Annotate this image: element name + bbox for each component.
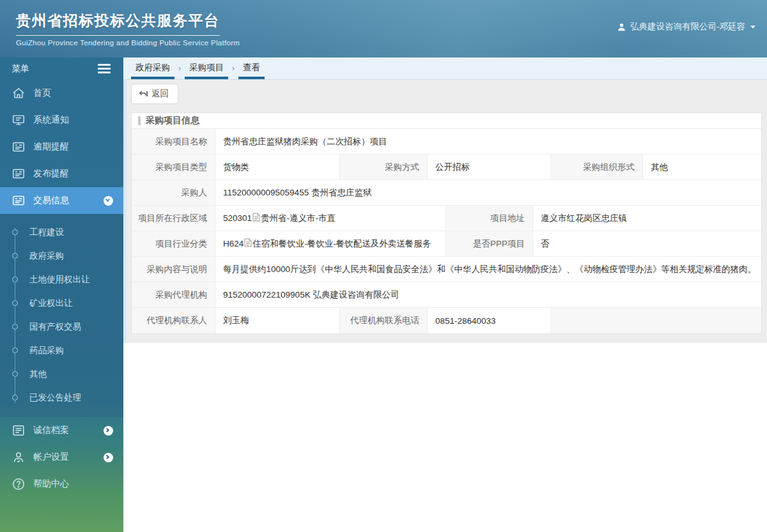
person-icon <box>12 450 26 464</box>
submenu-item-land-rights[interactable]: 土地使用权出让 <box>0 268 123 291</box>
chevron-right-icon <box>104 453 113 462</box>
submenu-item-engineering[interactable]: 工程建设 <box>0 220 123 244</box>
main-content: 政府采购 › 采购项目 › 查看 返回 采购项目信息 采购项目名称 贵州省忠庄监… <box>123 57 767 532</box>
card-icon <box>12 140 26 154</box>
submenu-item-gov-procurement[interactable]: 政府采购 <box>0 244 123 268</box>
question-icon <box>12 477 26 491</box>
workspace: 返回 采购项目信息 采购项目名称 贵州省忠庄监狱猪肉采购（二次招标）项目 采购项… <box>123 80 767 343</box>
brand: 贵州省招标投标公共服务平台 GuiZhou Province Tendering… <box>16 11 240 47</box>
sidebar-item-label: 帮助中心 <box>33 478 69 490</box>
platform-title: 贵州省招标投标公共服务平台 <box>16 11 220 36</box>
empty-cell <box>551 308 761 333</box>
user-menu[interactable]: 弘典建设咨询有限公司-邓廷容 <box>617 21 755 33</box>
submenu-item-mining-rights[interactable]: 矿业权出让 <box>0 291 123 315</box>
field-label: 采购方式 <box>340 155 428 179</box>
field-label: 采购组织形式 <box>551 155 643 179</box>
breadcrumb: 政府采购 › 采购项目 › 查看 <box>123 57 767 80</box>
field-value: 其他 <box>643 155 761 179</box>
field-value: 520301 贵州省-遵义市-市直 <box>215 206 446 231</box>
field-label: 项目地址 <box>446 206 533 231</box>
submenu-item-other[interactable]: 其他 <box>0 362 123 386</box>
breadcrumb-gov-procurement[interactable]: 政府采购 <box>131 62 174 79</box>
breadcrumb-view[interactable]: 查看 <box>238 62 265 79</box>
table-row: 采购项目类型 货物类 采购方式 公开招标 采购组织形式 其他 <box>132 155 761 180</box>
table-row: 采购代理机构 91520000722109905K 弘典建设咨询有限公司 <box>132 282 761 308</box>
region-text: 贵州省-遵义市-市直 <box>261 213 336 224</box>
sidebar-item-publish-reminder[interactable]: 发布提醒 <box>0 160 123 187</box>
sidebar-header: 菜单 <box>0 57 123 80</box>
sidebar-item-notifications[interactable]: 系统通知 <box>0 107 123 133</box>
sidebar-item-credit-archive[interactable]: 诚信档案 <box>0 417 123 444</box>
field-label: 采购项目类型 <box>132 155 215 179</box>
hamburger-icon[interactable] <box>98 62 111 75</box>
card-icon <box>12 167 26 181</box>
field-label: 项目所在行政区域 <box>132 206 215 231</box>
field-label: 采购人 <box>132 180 215 205</box>
submenu-item-published-notices[interactable]: 已发公告处理 <box>0 386 123 409</box>
breadcrumb-separator: › <box>228 64 238 79</box>
top-header: 贵州省招标投标公共服务平台 GuiZhou Province Tendering… <box>0 0 767 57</box>
breadcrumb-procurement-project[interactable]: 采购项目 <box>185 62 228 79</box>
document-icon[interactable] <box>244 238 252 249</box>
document-icon[interactable] <box>252 213 260 224</box>
field-value: 刘玉梅 <box>215 308 340 333</box>
back-icon <box>138 89 148 99</box>
home-icon <box>12 86 26 100</box>
sidebar: 菜单 首页 系统通知 逾期提醒 发布提醒 交易信息 工程建设 政府采购 <box>0 57 123 532</box>
card-icon <box>12 194 26 208</box>
sidebar-item-label: 帐户设置 <box>33 452 69 463</box>
field-label: 项目行业分类 <box>132 231 215 256</box>
sidebar-item-trade-info[interactable]: 交易信息 <box>0 187 123 214</box>
field-value: 0851-28640033 <box>428 308 551 333</box>
field-value: 91520000722109905K 弘典建设咨询有限公司 <box>215 282 761 307</box>
field-label: 是否PPP项目 <box>446 231 533 256</box>
breadcrumb-separator: › <box>174 64 185 79</box>
field-value: 115200000095059455 贵州省忠庄监狱 <box>215 180 761 205</box>
back-label: 返回 <box>151 88 169 100</box>
industry-text: 住宿和餐饮业-餐饮业-餐饮配送及外卖送餐服务 <box>252 238 431 250</box>
industry-code: H624 <box>223 239 244 248</box>
field-value: 公开招标 <box>428 155 551 179</box>
user-name: 弘典建设咨询有限公司-邓廷容 <box>630 21 745 33</box>
card-icon <box>12 423 26 437</box>
region-code: 520301 <box>223 213 252 223</box>
project-info-panel: 采购项目信息 采购项目名称 贵州省忠庄监狱猪肉采购（二次招标）项目 采购项目类型… <box>131 112 762 334</box>
panel-title: 采购项目信息 <box>146 115 199 126</box>
field-value: 每月提供约10000斤达到《中华人民共和国食品安全法》和《中华人民共和国动物防疫… <box>215 257 761 282</box>
table-row: 项目行业分类 H624 住宿和餐饮业-餐饮业-餐饮配送及外卖送餐服务 是否PPP… <box>132 231 761 257</box>
sidebar-item-label: 发布提醒 <box>33 168 69 179</box>
field-value: H624 住宿和餐饮业-餐饮业-餐饮配送及外卖送餐服务 <box>215 231 446 256</box>
field-label: 采购项目名称 <box>132 129 215 154</box>
submenu-item-state-property[interactable]: 国有产权交易 <box>0 315 123 338</box>
field-label: 采购内容与说明 <box>132 257 215 282</box>
sidebar-item-account-settings[interactable]: 帐户设置 <box>0 444 123 471</box>
field-value: 货物类 <box>215 155 340 179</box>
section-marker <box>138 116 141 125</box>
field-value: 遵义市红花岗区忠庄镇 <box>533 206 761 231</box>
field-label: 采购代理机构 <box>132 282 215 307</box>
user-icon <box>617 22 626 32</box>
table-row: 采购人 115200000095059455 贵州省忠庄监狱 <box>132 180 761 206</box>
chevron-right-icon <box>104 426 113 436</box>
sidebar-item-label: 诚信档案 <box>33 425 69 436</box>
toolbar: 返回 <box>131 84 762 112</box>
submenu-item-drug-procurement[interactable]: 药品采购 <box>0 338 123 362</box>
sidebar-item-overdue-reminder[interactable]: 逾期提醒 <box>0 133 123 160</box>
sidebar-item-label: 逾期提醒 <box>33 141 69 153</box>
trade-info-submenu: 工程建设 政府采购 土地使用权出让 矿业权出让 国有产权交易 药品采购 其他 已… <box>0 214 123 417</box>
sidebar-item-help-center[interactable]: 帮助中心 <box>0 471 123 498</box>
sidebar-item-label: 交易信息 <box>33 195 69 206</box>
platform-subtitle: GuiZhou Province Tendering and Bidding P… <box>16 39 240 47</box>
table-row: 采购项目名称 贵州省忠庄监狱猪肉采购（二次招标）项目 <box>132 129 761 155</box>
field-value: 贵州省忠庄监狱猪肉采购（二次招标）项目 <box>215 129 761 154</box>
sidebar-item-home[interactable]: 首页 <box>0 80 123 107</box>
menu-label: 菜单 <box>12 63 29 75</box>
sidebar-item-label: 首页 <box>33 87 51 99</box>
chevron-down-icon <box>104 196 113 206</box>
table-row: 项目所在行政区域 520301 贵州省-遵义市-市直 项目地址 遵义市红花岗区忠… <box>132 206 761 231</box>
back-button[interactable]: 返回 <box>131 84 178 104</box>
field-label: 代理机构联系人 <box>132 308 215 333</box>
monitor-icon <box>12 113 26 127</box>
caret-down-icon <box>750 26 755 29</box>
field-value: 否 <box>533 231 761 256</box>
